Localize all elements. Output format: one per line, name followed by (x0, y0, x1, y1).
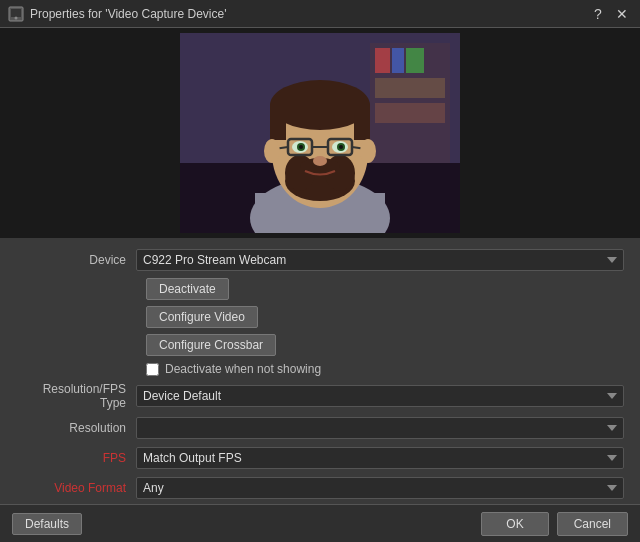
device-row: Device C922 Pro Stream Webcam (16, 248, 624, 272)
field-input-area-3: Any (136, 477, 624, 499)
field-label-0: Resolution/FPS Type (16, 382, 136, 410)
close-button[interactable]: ✕ (612, 4, 632, 24)
dialog-buttons: OK Cancel (481, 512, 628, 536)
svg-point-33 (339, 145, 343, 149)
deactivate-button[interactable]: Deactivate (146, 278, 229, 300)
deactivate-checkbox-row: Deactivate when not showing (146, 362, 624, 376)
svg-rect-10 (375, 78, 445, 98)
svg-rect-11 (375, 103, 445, 123)
svg-point-2 (15, 16, 18, 19)
window-title: Properties for 'Video Capture Device' (30, 7, 588, 21)
field-label-1: Resolution (16, 421, 136, 435)
deactivate-checkbox-label[interactable]: Deactivate when not showing (165, 362, 321, 376)
svg-point-36 (360, 139, 376, 163)
configure-video-row: Configure Video (146, 306, 624, 328)
svg-point-34 (313, 156, 327, 166)
device-label: Device (16, 253, 136, 267)
help-button[interactable]: ? (588, 4, 608, 24)
field-input-area-0: Device Default (136, 385, 624, 407)
properties-form: Device C922 Pro Stream Webcam Deactivate… (0, 238, 640, 542)
configure-crossbar-button[interactable]: Configure Crossbar (146, 334, 276, 356)
title-bar: Properties for 'Video Capture Device' ? … (0, 0, 640, 28)
field-dropdown-1[interactable] (136, 417, 624, 439)
svg-rect-7 (375, 48, 390, 73)
configure-crossbar-row: Configure Crossbar (146, 334, 624, 356)
ok-button[interactable]: OK (481, 512, 548, 536)
bottom-bar: Defaults OK Cancel (0, 504, 640, 542)
deactivate-row: Deactivate (146, 278, 624, 300)
app-icon (8, 6, 24, 22)
svg-rect-17 (270, 105, 286, 140)
svg-rect-8 (392, 48, 404, 73)
field-label-2: FPS (16, 451, 136, 465)
device-input-area: C922 Pro Stream Webcam (136, 249, 624, 271)
svg-point-30 (299, 145, 303, 149)
defaults-button[interactable]: Defaults (12, 513, 82, 535)
configure-video-button[interactable]: Configure Video (146, 306, 258, 328)
window-controls: ? ✕ (588, 4, 632, 24)
field-row-2: FPSMatch Output FPS (16, 446, 624, 470)
device-dropdown[interactable]: C922 Pro Stream Webcam (136, 249, 624, 271)
svg-rect-9 (406, 48, 424, 73)
field-input-area-1 (136, 417, 624, 439)
deactivate-checkbox[interactable] (146, 363, 159, 376)
field-row-0: Resolution/FPS TypeDevice Default (16, 382, 624, 410)
cancel-button[interactable]: Cancel (557, 512, 628, 536)
field-row-1: Resolution (16, 416, 624, 440)
field-input-area-2: Match Output FPS (136, 447, 624, 469)
field-dropdown-0[interactable]: Device Default (136, 385, 624, 407)
field-dropdown-3[interactable]: Any (136, 477, 624, 499)
svg-rect-1 (11, 9, 21, 17)
field-label-3: Video Format (16, 481, 136, 495)
svg-point-35 (264, 139, 280, 163)
video-preview (0, 28, 640, 238)
svg-rect-18 (354, 105, 370, 140)
field-row-3: Video FormatAny (16, 476, 624, 500)
webcam-feed (180, 33, 460, 233)
field-dropdown-2[interactable]: Match Output FPS (136, 447, 624, 469)
